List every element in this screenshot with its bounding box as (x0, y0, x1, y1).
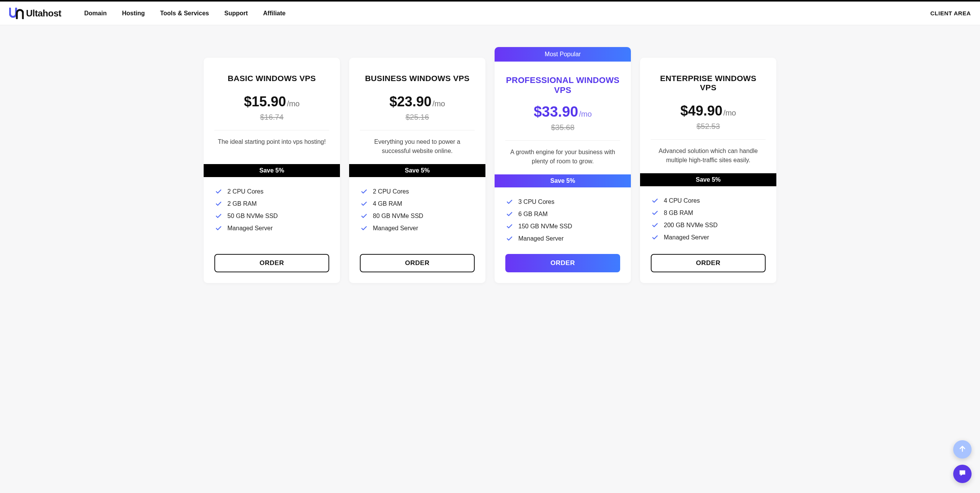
feature-item: 2 GB RAM (215, 198, 328, 210)
feature-item: Managed Server (652, 231, 765, 244)
check-icon (506, 235, 513, 242)
old-price: $52.53 (651, 122, 766, 131)
check-icon (215, 188, 222, 195)
price-amount: $33.90 (534, 104, 578, 120)
divider (651, 139, 766, 140)
divider (214, 130, 329, 130)
feature-text: 2 CPU Cores (373, 188, 409, 195)
feature-text: 200 GB NVMe SSD (664, 222, 718, 229)
feature-text: 80 GB NVMe SSD (373, 213, 423, 220)
check-icon (652, 222, 658, 229)
plan-title: BASIC WINDOWS VPS (214, 74, 329, 83)
client-area-link[interactable]: CLIENT AREA (930, 10, 971, 16)
feature-text: Managed Server (518, 235, 564, 242)
nav-tools[interactable]: Tools & Services (160, 10, 209, 17)
feature-text: 8 GB RAM (664, 210, 693, 216)
main-nav: Domain Hosting Tools & Services Support … (84, 10, 286, 17)
feature-item: 6 GB RAM (506, 208, 619, 220)
feature-text: Managed Server (227, 225, 273, 232)
check-icon (361, 200, 368, 207)
feature-text: 50 GB NVMe SSD (227, 213, 278, 220)
check-icon (361, 213, 368, 220)
check-icon (361, 188, 368, 195)
feature-text: 4 GB RAM (373, 200, 402, 207)
feature-text: 4 CPU Cores (664, 197, 700, 204)
brand-name: Ultahost (26, 8, 61, 19)
feature-text: 3 CPU Cores (518, 199, 554, 205)
price-period: /mo (579, 110, 591, 119)
feature-text: 6 GB RAM (518, 211, 547, 218)
nav-affiliate[interactable]: Affiliate (263, 10, 286, 17)
feature-text: 2 GB RAM (227, 200, 256, 207)
feature-item: 4 GB RAM (361, 198, 474, 210)
order-button[interactable]: ORDER (214, 254, 329, 272)
check-icon (361, 225, 368, 232)
plan-price: $33.90/mo (505, 104, 620, 120)
check-icon (506, 223, 513, 230)
feature-text: Managed Server (373, 225, 418, 232)
price-amount: $49.90 (680, 103, 722, 119)
check-icon (652, 197, 658, 204)
feature-item: 150 GB NVMe SSD (506, 220, 619, 233)
feature-item: 8 GB RAM (652, 207, 765, 219)
price-amount: $23.90 (389, 94, 431, 110)
check-icon (652, 234, 658, 241)
popular-badge: Most Popular (495, 47, 631, 62)
feature-item: 80 GB NVMe SSD (361, 210, 474, 222)
check-icon (506, 211, 513, 218)
plan-card: ENTERPRISE WINDOWS VPS$49.90/mo$52.53Adv… (640, 58, 776, 283)
feature-item: 4 CPU Cores (652, 195, 765, 207)
check-icon (215, 225, 222, 232)
check-icon (215, 200, 222, 207)
feature-item: 50 GB NVMe SSD (215, 210, 328, 222)
save-band: Save 5% (495, 174, 631, 187)
plan-price: $23.90/mo (360, 94, 475, 110)
price-amount: $15.90 (244, 94, 286, 110)
feature-item: Managed Server (506, 233, 619, 245)
check-icon (652, 210, 658, 216)
nav-hosting[interactable]: Hosting (122, 10, 145, 17)
plan-title: ENTERPRISE WINDOWS VPS (651, 74, 766, 92)
price-period: /mo (432, 99, 445, 108)
plan-header: PROFESSIONAL WINDOWS VPS$33.90/mo$35.68 (495, 62, 631, 132)
feature-item: 2 CPU Cores (215, 185, 328, 198)
plan-price: $15.90/mo (214, 94, 329, 110)
feature-item: 2 CPU Cores (361, 185, 474, 198)
plan-title: PROFESSIONAL WINDOWS VPS (505, 75, 620, 95)
plan-tagline: Everything you need to power a successfu… (349, 137, 485, 157)
plan-tagline: The ideal starting point into vps hostin… (204, 137, 340, 157)
feature-item: 3 CPU Cores (506, 196, 619, 208)
plan-header: BASIC WINDOWS VPS$15.90/mo$16.74 (204, 58, 340, 122)
feature-list: 4 CPU Cores8 GB RAM200 GB NVMe SSDManage… (640, 195, 776, 245)
order-button[interactable]: ORDER (360, 254, 475, 272)
plan-card: Most PopularPROFESSIONAL WINDOWS VPS$33.… (495, 47, 631, 283)
logo-mark-icon (9, 8, 24, 19)
feature-text: 2 CPU Cores (227, 188, 263, 195)
old-price: $35.68 (505, 123, 620, 132)
plan-card: BASIC WINDOWS VPS$15.90/mo$16.74The idea… (204, 58, 340, 283)
feature-list: 3 CPU Cores6 GB RAM150 GB NVMe SSDManage… (495, 196, 631, 245)
divider (505, 140, 620, 141)
plan-header: BUSINESS WINDOWS VPS$23.90/mo$25.16 (349, 58, 485, 122)
site-header: Ultahost Domain Hosting Tools & Services… (0, 2, 980, 25)
price-period: /mo (287, 99, 299, 108)
divider (360, 130, 475, 130)
plan-tagline: A growth engine for your business with p… (495, 148, 631, 168)
pricing-plans: BASIC WINDOWS VPS$15.90/mo$16.74The idea… (0, 25, 980, 298)
brand-logo[interactable]: Ultahost (9, 8, 61, 19)
nav-support[interactable]: Support (224, 10, 248, 17)
feature-text: 150 GB NVMe SSD (518, 223, 572, 230)
check-icon (215, 213, 222, 220)
check-icon (506, 199, 513, 205)
price-period: /mo (723, 109, 736, 117)
save-band: Save 5% (640, 173, 776, 186)
feature-text: Managed Server (664, 234, 709, 241)
plan-card: BUSINESS WINDOWS VPS$23.90/mo$25.16Every… (349, 58, 485, 283)
order-button[interactable]: ORDER (651, 254, 766, 272)
feature-list: 2 CPU Cores4 GB RAM80 GB NVMe SSDManaged… (349, 185, 485, 245)
feature-item: Managed Server (215, 222, 328, 234)
order-button[interactable]: ORDER (505, 254, 620, 272)
feature-item: 200 GB NVMe SSD (652, 219, 765, 231)
plan-header: ENTERPRISE WINDOWS VPS$49.90/mo$52.53 (640, 58, 776, 131)
nav-domain[interactable]: Domain (84, 10, 107, 17)
